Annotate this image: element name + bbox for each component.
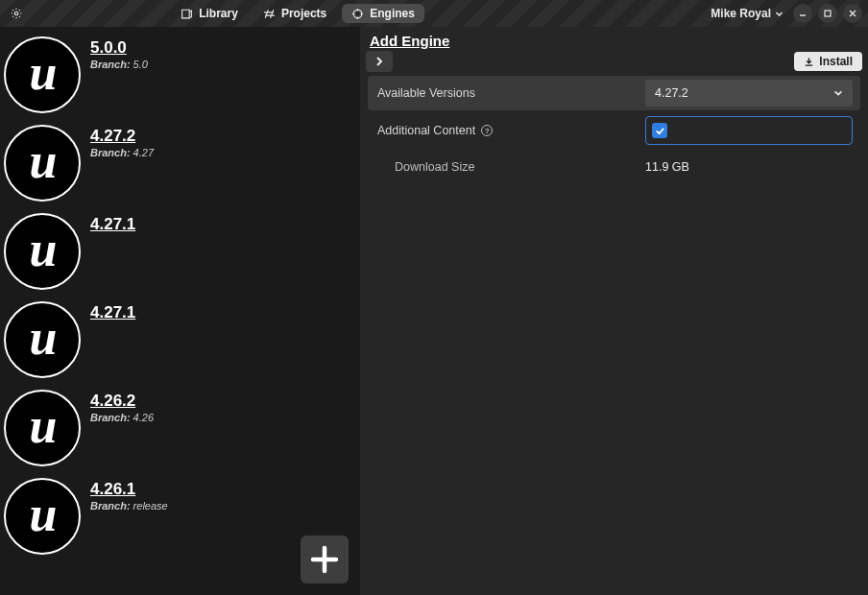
- unreal-engine-logo-icon: u: [4, 125, 81, 202]
- install-label: Install: [819, 55, 853, 68]
- engine-version: 4.27.2: [90, 127, 154, 146]
- chevron-down-icon: [775, 10, 784, 18]
- engine-branch: Branch: 4.27: [90, 147, 154, 158]
- engine-version: 4.26.1: [90, 480, 168, 499]
- engine-version: 4.26.2: [90, 392, 154, 411]
- engine-info: 4.26.2 Branch: 4.26: [90, 390, 154, 423]
- svg-point-1: [356, 12, 359, 14]
- engine-item[interactable]: u 4.27.1: [4, 298, 356, 386]
- user-name: Mike Royal: [711, 7, 771, 20]
- titlebar: Library Projects Engines Mike Royal: [0, 0, 868, 27]
- window-close-button[interactable]: [843, 4, 862, 23]
- download-icon: [804, 57, 814, 67]
- unreal-u-glyph: u: [30, 48, 56, 98]
- main-panel: Add Engine Install Available Versions 4.…: [360, 27, 868, 595]
- engine-version: 4.27.1: [90, 215, 135, 234]
- engine-sidebar: u 5.0.0 Branch: 5.0 u 4.27.2 Branch: 4.2…: [0, 27, 360, 595]
- tab-engines[interactable]: Engines: [342, 4, 424, 23]
- additional-content-label-text: Additional Content: [377, 124, 475, 137]
- engine-info: 4.27.1: [90, 301, 135, 322]
- download-size-label: Download Size: [368, 153, 641, 181]
- additional-content-field: [645, 116, 853, 145]
- engine-info: 4.27.2 Branch: 4.27: [90, 125, 154, 158]
- engine-version: 5.0.0: [90, 38, 148, 58]
- unreal-engine-logo-icon: u: [4, 390, 81, 466]
- tab-library[interactable]: Library: [171, 4, 248, 23]
- unreal-engine-logo-icon: u: [4, 478, 81, 555]
- svg-rect-3: [825, 11, 831, 16]
- engine-branch: Branch: 4.26: [90, 412, 154, 423]
- engine-item[interactable]: u 4.26.2 Branch: 4.26: [4, 386, 356, 474]
- chevron-right-icon: [374, 56, 385, 67]
- engine-item[interactable]: u 5.0.0 Branch: 5.0: [4, 33, 356, 121]
- user-menu[interactable]: Mike Royal: [707, 7, 787, 20]
- engine-item[interactable]: u 4.27.2 Branch: 4.27: [4, 121, 356, 209]
- unreal-engine-logo-icon: u: [4, 301, 81, 378]
- projects-icon: [263, 8, 276, 20]
- engines-icon: [351, 8, 364, 20]
- install-button[interactable]: Install: [794, 52, 862, 71]
- engine-item[interactable]: u 4.27.1: [4, 209, 356, 298]
- unreal-u-glyph: u: [30, 401, 56, 451]
- dropdown-selected: 4.27.2: [655, 86, 688, 100]
- available-versions-dropdown[interactable]: 4.27.2: [645, 80, 853, 107]
- unreal-engine-logo-icon: u: [4, 36, 81, 113]
- panel-title: Add Engine: [360, 27, 868, 51]
- app-menu-icon[interactable]: [6, 7, 27, 20]
- additional-content-label: Additional Content ?: [368, 116, 641, 145]
- chevron-down-icon: [833, 88, 843, 98]
- info-icon[interactable]: ?: [481, 125, 493, 136]
- engine-branch: Branch: release: [90, 500, 168, 512]
- window-minimize-button[interactable]: [793, 4, 812, 23]
- engine-branch: Branch: 5.0: [90, 59, 148, 70]
- engine-info: 4.27.1: [90, 213, 135, 234]
- svg-point-0: [14, 12, 18, 15]
- tab-projects[interactable]: Projects: [253, 4, 336, 23]
- add-engine-button[interactable]: [301, 536, 349, 583]
- engine-info: 4.26.1 Branch: release: [90, 478, 168, 512]
- nav-tabs: Library Projects Engines: [171, 4, 424, 23]
- engine-info: 5.0.0 Branch: 5.0: [90, 36, 148, 70]
- library-icon: [181, 8, 193, 20]
- unreal-u-glyph: u: [30, 313, 56, 363]
- unreal-u-glyph: u: [30, 136, 56, 186]
- unreal-engine-logo-icon: u: [4, 213, 81, 290]
- available-versions-label: Available Versions: [368, 79, 641, 107]
- download-size-value: 11.9 GB: [641, 156, 860, 178]
- engine-version: 4.27.1: [90, 303, 135, 322]
- plus-icon: [307, 542, 342, 577]
- unreal-u-glyph: u: [30, 489, 56, 539]
- check-icon: [655, 126, 665, 136]
- row-additional-content: Additional Content ?: [368, 112, 860, 149]
- additional-content-checkbox[interactable]: [652, 123, 667, 138]
- unreal-u-glyph: u: [30, 225, 56, 274]
- tab-label: Projects: [281, 7, 326, 20]
- row-available-versions: Available Versions 4.27.2: [368, 76, 860, 110]
- tab-label: Library: [199, 7, 238, 20]
- tab-label: Engines: [370, 7, 415, 20]
- window-maximize-button[interactable]: [818, 4, 837, 23]
- row-download-size: Download Size 11.9 GB: [368, 151, 860, 183]
- back-button[interactable]: [366, 51, 393, 72]
